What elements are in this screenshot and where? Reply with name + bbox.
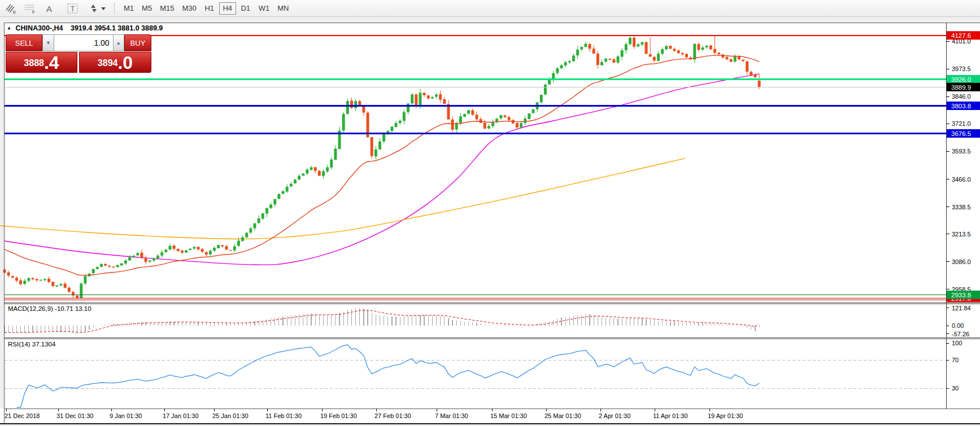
volume-input[interactable] [54, 34, 113, 51]
sort-arrows-icon [88, 3, 107, 14]
price-tick-3593.5: 3593.5 [952, 148, 971, 155]
svg-text:T: T [71, 5, 75, 13]
expert-advisor-icon[interactable]: E [2, 2, 19, 15]
date-label: 15 Mar 01:30 [490, 412, 527, 419]
text-label-icon[interactable]: A [41, 2, 58, 15]
svg-text:3676.5: 3676.5 [951, 130, 971, 137]
timeframe-button-H1[interactable]: H1 [201, 2, 218, 15]
sell-price-button[interactable]: 3888.4 [6, 52, 77, 73]
text-label-icon: A [43, 3, 55, 14]
timeframe-button-group: M1M5M15M30H1H4D1W1MN [120, 2, 293, 15]
one-click-trading-panel: SELL ▼ ▲ BUY 3888.4 3894.0 [6, 34, 151, 73]
bottom-window-edge [0, 423, 980, 424]
sell-price-main: 3888 [24, 55, 44, 72]
volume-increase-button[interactable]: ▲ [113, 34, 124, 51]
price-tick-3466.0: 3466.0 [952, 176, 971, 183]
macd-tick--57.26: -57.26 [952, 331, 969, 337]
timeframe-button-M15[interactable]: M15 [156, 2, 177, 15]
chart-title: ▲ CHINA300-,H4 3919.4 3954.1 3881.0 3889… [7, 24, 163, 32]
date-label: 31 Dec 01:30 [56, 412, 93, 419]
price-tick-3086.0: 3086.0 [952, 258, 971, 265]
date-label: 9 Jan 01:30 [110, 412, 142, 419]
toolbar: E F A T [0, 0, 980, 17]
svg-text:E: E [13, 10, 16, 14]
text-box-icon: T [67, 3, 79, 14]
collapse-triangle-icon[interactable]: ▲ [7, 25, 11, 30]
symbol-period-label: CHINA300-,H4 [15, 24, 63, 32]
rsi-tick-70: 70 [952, 357, 959, 363]
svg-text:A: A [46, 4, 52, 14]
date-label: 25 Mar 01:30 [545, 412, 581, 419]
date-label: 11 Apr 01:30 [653, 412, 688, 419]
date-label: 19 Apr 01:30 [708, 412, 743, 419]
date-label: 17 Jan 01:30 [163, 412, 199, 419]
svg-text:3926.0: 3926.0 [951, 76, 971, 83]
price-tick-3721.0: 3721.0 [952, 120, 971, 127]
expert-advisor-icon: E [5, 3, 17, 14]
date-label: 11 Feb 01:30 [265, 412, 302, 419]
sell-button[interactable]: SELL [6, 34, 42, 51]
price-tick-3338.5: 3338.5 [952, 204, 971, 210]
price-tick-3213.5: 3213.5 [952, 231, 971, 238]
macd-indicator-label: MACD(12,26,9) -10.71 13.10 [8, 305, 92, 312]
volume-decrease-button[interactable]: ▼ [42, 34, 54, 51]
ohlc-values: 3919.4 3954.1 3881.0 3889.9 [71, 24, 163, 32]
rsi-tick-100: 100 [952, 340, 962, 346]
buy-button[interactable]: BUY [124, 34, 151, 51]
buy-price-button[interactable]: 3894.0 [79, 52, 151, 73]
svg-text:4127.6: 4127.6 [951, 32, 971, 39]
fibonacci-grid-icon: F [24, 3, 36, 14]
svg-text:3889.9: 3889.9 [951, 84, 971, 91]
macd-tick-0.00: 0.00 [952, 322, 964, 329]
fibonacci-grid-icon[interactable]: F [21, 2, 38, 15]
sort-arrows-icon[interactable] [86, 2, 108, 15]
timeframe-button-W1[interactable]: W1 [255, 2, 273, 15]
date-label: 27 Feb 01:30 [374, 412, 411, 419]
date-label: 7 Mar 01:30 [435, 412, 468, 419]
rsi-tick-30: 30 [952, 385, 959, 392]
date-label: 21 Dec 2018 [5, 412, 40, 419]
timeframe-button-M1[interactable]: M1 [120, 2, 137, 15]
macd-tick-121.84: 121.84 [952, 305, 971, 311]
rsi-indicator-label: RSI(14) 37.1304 [8, 341, 55, 348]
text-box-icon[interactable]: T [64, 2, 81, 15]
timeframe-button-MN[interactable]: MN [274, 2, 292, 15]
timeframe-button-D1[interactable]: D1 [237, 2, 254, 15]
timeframe-button-M30[interactable]: M30 [178, 2, 199, 15]
svg-text:F: F [32, 10, 35, 14]
price-tick-3846.0: 3846.0 [952, 93, 971, 100]
date-label: 19 Feb 01:30 [320, 412, 357, 419]
sell-price-decimal: .4 [44, 54, 59, 72]
price-tick-3973.5: 3973.5 [952, 65, 971, 72]
svg-text:2933.8: 2933.8 [951, 292, 971, 298]
timeframe-button-M5[interactable]: M5 [138, 2, 155, 15]
mt4-window: 4101.03973.53846.03721.03593.53466.03338… [0, 0, 980, 426]
timeframe-button-H4[interactable]: H4 [219, 2, 236, 15]
buy-price-main: 3894 [98, 55, 118, 72]
toolbar-separator [114, 3, 115, 14]
svg-text:3803.8: 3803.8 [951, 103, 971, 109]
date-label: 25 Jan 01:30 [212, 412, 249, 419]
buy-price-decimal: .0 [117, 54, 133, 72]
date-label: 2 Apr 01:30 [599, 412, 630, 419]
